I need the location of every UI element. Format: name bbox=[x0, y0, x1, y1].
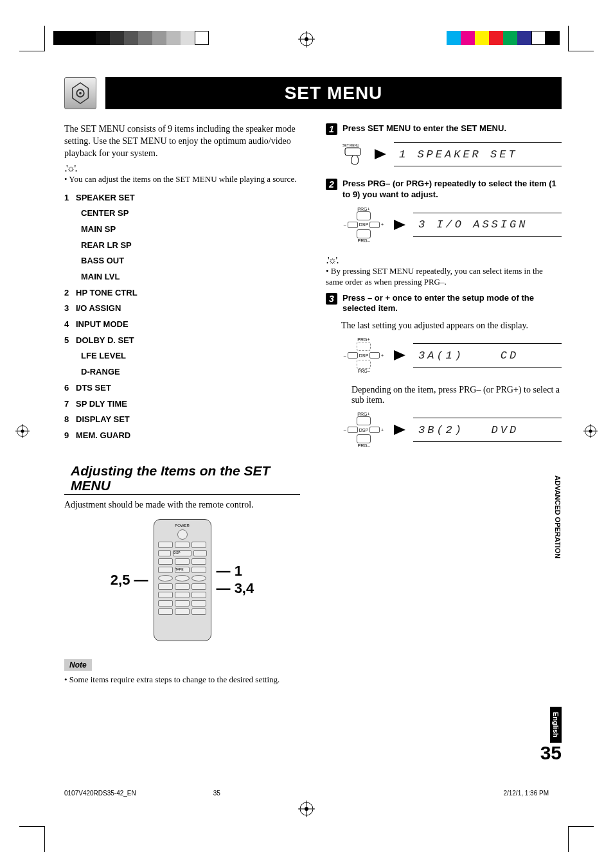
lcd-display: 3 I/O ASSIGN bbox=[413, 213, 562, 237]
note-label: Note bbox=[64, 659, 92, 671]
cursor-pad-icon: PRG+ –DSP+ PRG– bbox=[341, 337, 386, 373]
step-3b-body: Depending on the item, press PRG– (or PR… bbox=[351, 385, 562, 405]
tip-text: You can adjust the items on the SET MENU… bbox=[64, 174, 300, 185]
lcd-display: 3B(2) DVD bbox=[413, 418, 562, 442]
step-badge: 3 bbox=[326, 293, 337, 305]
registration-mark-icon bbox=[583, 424, 598, 441]
print-footer: 0107V420RDS35-42_EN 35 2/12/1, 1:36 PM bbox=[0, 790, 613, 797]
registration-mark-icon bbox=[15, 424, 30, 441]
arrow-right-icon bbox=[394, 220, 405, 230]
step-3-body: The last setting you adjusted appears on… bbox=[341, 321, 562, 331]
svg-point-20 bbox=[589, 429, 592, 432]
svg-point-16 bbox=[21, 429, 24, 432]
registration-mark-icon bbox=[298, 31, 315, 50]
step-badge: 1 bbox=[326, 123, 337, 135]
intro-text: The SET MENU consists of 9 items includi… bbox=[64, 123, 300, 160]
print-registration-top bbox=[0, 0, 613, 51]
footer-filename: 0107V420RDS35-42_EN bbox=[64, 790, 136, 797]
side-tab-english: English bbox=[550, 707, 562, 743]
footer-page: 35 bbox=[213, 790, 478, 797]
cursor-pad-icon: PRG+ –DSP+ PRG– bbox=[341, 412, 386, 448]
crop-mark bbox=[568, 826, 594, 852]
color-bar bbox=[447, 31, 560, 45]
step-badge: 2 bbox=[326, 179, 337, 190]
grayscale-bar bbox=[53, 31, 209, 45]
step-2-text: Press PRG– (or PRG+) repeatedly to selec… bbox=[342, 179, 559, 200]
svg-point-3 bbox=[305, 37, 308, 41]
arrow-right-icon bbox=[394, 350, 405, 360]
crop-mark bbox=[568, 26, 594, 51]
arrow-right-icon bbox=[375, 149, 386, 159]
section-heading: Adjusting the Items on the SET MENU bbox=[64, 461, 300, 495]
svg-point-12 bbox=[305, 807, 308, 811]
menu-list: 1SPEAKER SET CENTER SP MAIN SP REAR LR S… bbox=[64, 190, 300, 444]
remote-diagram: 2,5 — POWER DSP TAPE — 1— 3,4 bbox=[64, 519, 300, 641]
section-icon bbox=[64, 77, 96, 109]
callout-left: 2,5 — bbox=[111, 572, 148, 589]
callout-right: — 1— 3,4 bbox=[217, 563, 254, 597]
tip-icon: ․'☼'․ bbox=[64, 163, 76, 174]
side-tab-operation: ADVANCED OPERATION bbox=[554, 475, 562, 558]
tip-text-2: By pressing SET MENU repeatedly, you can… bbox=[326, 266, 562, 288]
svg-rect-8 bbox=[345, 148, 360, 155]
lcd-display: 3A(1) CD bbox=[413, 343, 562, 368]
footer-timestamp: 2/12/1, 1:36 PM bbox=[503, 790, 549, 797]
arrow-right-icon bbox=[394, 425, 405, 435]
note-text: Some items require extra steps to change… bbox=[64, 675, 300, 686]
svg-point-6 bbox=[79, 92, 82, 94]
page-number: 35 bbox=[64, 742, 562, 764]
lcd-display: 1 SPEAKER SET bbox=[394, 142, 562, 166]
print-registration-bottom bbox=[0, 820, 613, 852]
svg-text:SET MENU: SET MENU bbox=[342, 143, 359, 147]
crop-mark bbox=[19, 826, 45, 852]
step-3-text: Press – or + once to enter the setup mod… bbox=[342, 293, 559, 315]
adjust-intro: Adjustment should be made with the remot… bbox=[64, 500, 300, 510]
registration-mark-icon bbox=[0, 801, 613, 820]
press-button-icon: SET MENU bbox=[341, 141, 367, 167]
remote-control-icon: POWER DSP TAPE bbox=[154, 519, 211, 641]
cursor-pad-icon: PRG+ –DSP+ PRG– bbox=[341, 207, 386, 243]
crop-mark bbox=[19, 26, 45, 51]
tip-icon: ․'☼'․ bbox=[326, 254, 338, 266]
step-1-text: Press SET MENU to enter the SET MENU. bbox=[342, 123, 559, 134]
page-title: SET MENU bbox=[105, 77, 562, 109]
